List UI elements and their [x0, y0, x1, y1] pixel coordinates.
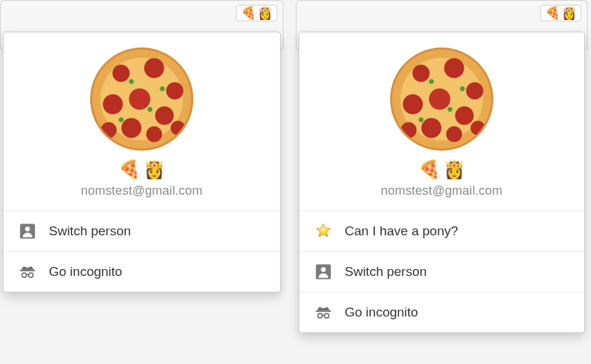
svg-point-3: [22, 273, 27, 278]
menu-item-go-incognito[interactable]: Go incognito: [3, 252, 280, 292]
menu-item-label: Can I have a pony?: [345, 224, 458, 239]
svg-point-4: [29, 273, 34, 278]
profile-header: 🍕 👸 nomstest@gmail.com: [3, 32, 280, 211]
menu-item-switch-person[interactable]: Switch person: [299, 252, 584, 292]
profile-name: 🍕 👸: [418, 160, 465, 178]
menu-item-switch-person[interactable]: Switch person: [3, 211, 280, 252]
svg-point-6: [321, 267, 326, 272]
person-icon: [314, 263, 332, 281]
profile-menu: 🍕 👸 nomstest@gmail.com Switch person: [3, 32, 281, 292]
princess-emoji: 👸: [143, 160, 165, 178]
person-icon: [19, 222, 36, 240]
avatar-button[interactable]: 🍕 👸: [236, 5, 277, 21]
pizza-emoji: 🍕: [545, 7, 560, 19]
menu-item-label: Switch person: [345, 264, 427, 279]
pizza-emoji: 🍕: [241, 7, 256, 19]
avatar-image: [390, 47, 493, 151]
profile-email: nomstest@gmail.com: [381, 184, 503, 198]
svg-rect-7: [316, 311, 332, 312]
menu-item-label: Go incognito: [345, 305, 418, 320]
svg-point-1: [25, 226, 30, 231]
star-icon: [314, 222, 332, 240]
princess-emoji: 👸: [443, 160, 465, 178]
menu-item-label: Switch person: [49, 224, 131, 239]
svg-point-8: [318, 314, 323, 319]
svg-rect-2: [20, 270, 36, 272]
profile-name: 🍕 👸: [118, 160, 165, 178]
profile-email: nomstest@gmail.com: [81, 184, 203, 198]
incognito-icon: [314, 303, 332, 321]
svg-point-9: [325, 314, 330, 319]
profile-header: 🍕 👸 nomstest@gmail.com: [299, 32, 584, 211]
avatar-button[interactable]: 🍕 👸: [540, 5, 581, 21]
profile-menu: 🍕 👸 nomstest@gmail.com C: [299, 32, 585, 333]
pizza-emoji: 🍕: [118, 160, 140, 178]
incognito-icon: [19, 263, 36, 281]
menu-item-go-incognito[interactable]: Go incognito: [299, 292, 584, 332]
princess-emoji: 👸: [561, 7, 577, 19]
menu-item-pony[interactable]: Can I have a pony?: [299, 211, 584, 252]
princess-emoji: 👸: [257, 7, 272, 19]
avatar-image: [90, 47, 193, 151]
pizza-emoji: 🍕: [418, 160, 440, 178]
menu-item-label: Go incognito: [49, 264, 122, 279]
